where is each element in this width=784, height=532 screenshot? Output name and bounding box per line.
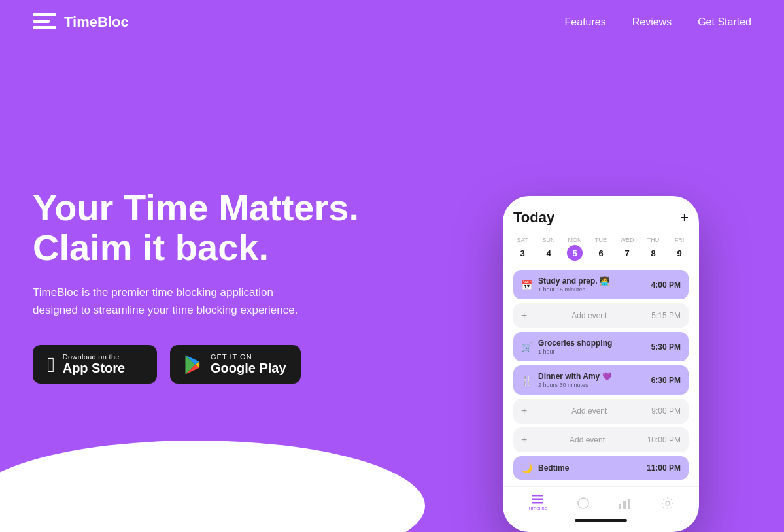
event-groceries[interactable]: 🛒 Groceries shopping 1 hour 5:30 PM (513, 332, 689, 361)
logo-text: TimeBloc (64, 14, 129, 31)
app-store-big-text: App Store (63, 361, 126, 376)
hero-subtext: TimeBloc is the premier time blocking ap… (33, 284, 320, 319)
nav-timeline[interactable]: Timeline (528, 495, 547, 511)
home-bar (575, 519, 627, 522)
phone-add-icon[interactable]: + (680, 209, 689, 226)
day-sun[interactable]: SUN 4 (541, 237, 556, 261)
add-event-515[interactable]: + Add event 5:15 PM (513, 303, 689, 328)
event-groceries-icon: 🛒 (521, 342, 533, 352)
google-play-icon (184, 354, 203, 375)
svg-rect-5 (623, 501, 626, 509)
phone-mockup-container: Today + SAT 3 SUN 4 MON 5 (490, 196, 712, 532)
day-wed[interactable]: WED 7 (619, 237, 635, 261)
hero-section: Your Time Matters. Claim it back. TimeBl… (0, 0, 784, 532)
nav-reviews[interactable]: Reviews (632, 16, 672, 28)
headline-line1: Your Time Matters. (33, 187, 359, 228)
svg-rect-4 (619, 504, 621, 509)
day-fri[interactable]: FRI 9 (672, 237, 687, 261)
phone-header: Today + (513, 209, 689, 226)
nav-settings[interactable] (661, 497, 674, 510)
phone-bottom-nav: Timeline (503, 486, 699, 514)
phone-screen: Today + SAT 3 SUN 4 MON 5 (503, 196, 699, 480)
logo-icon (33, 13, 56, 31)
day-thu[interactable]: THU 8 (645, 237, 661, 261)
svg-rect-6 (628, 499, 630, 509)
event-bedtime-icon: 🌙 (521, 463, 533, 473)
event-list: 📅 Study and prep. 🧑‍💻 1 hour 15 minutes … (513, 270, 689, 480)
app-store-button[interactable]:  Download on the App Store (33, 345, 157, 384)
app-store-small-text: Download on the (63, 353, 120, 361)
nav-calendar[interactable] (577, 497, 590, 510)
day-tue[interactable]: TUE 6 (593, 237, 609, 261)
navbar: TimeBloc Features Reviews Get Started (0, 0, 784, 44)
nav-links: Features Reviews Get Started (565, 16, 751, 28)
phone-mockup: Today + SAT 3 SUN 4 MON 5 (503, 196, 699, 532)
event-dinner-icon: 🍴 (521, 375, 533, 386)
nav-get-started[interactable]: Get Started (698, 16, 751, 28)
hero-left: Your Time Matters. Claim it back. TimeBl… (33, 161, 490, 437)
logo[interactable]: TimeBloc (33, 13, 129, 31)
svg-rect-0 (532, 495, 543, 497)
google-play-big-text: Google Play (211, 361, 286, 376)
event-dinner[interactable]: 🍴 Dinner with Amy 💜 2 hours 30 minutes 6… (513, 365, 689, 395)
days-row: SAT 3 SUN 4 MON 5 TUE 6 (513, 237, 689, 261)
nav-features[interactable]: Features (565, 16, 606, 28)
cta-buttons:  Download on the App Store GET IT ON (33, 345, 490, 384)
event-bedtime[interactable]: 🌙 Bedtime 11:00 PM (513, 456, 689, 480)
event-study-icon: 📅 (521, 280, 533, 290)
phone-title: Today (513, 209, 554, 226)
hero-headline: Your Time Matters. Claim it back. (33, 188, 490, 268)
google-play-button[interactable]: GET IT ON Google Play (170, 345, 301, 384)
nav-stats[interactable] (619, 497, 632, 509)
google-play-small-text: GET IT ON (211, 353, 252, 361)
add-event-900[interactable]: + Add event 9:00 PM (513, 399, 689, 424)
svg-point-3 (578, 498, 588, 508)
svg-rect-1 (532, 499, 543, 501)
apple-icon:  (47, 354, 55, 375)
svg-rect-2 (532, 502, 543, 504)
headline-line2: Claim it back. (33, 227, 269, 268)
day-mon-active[interactable]: MON 5 (567, 237, 583, 261)
event-study[interactable]: 📅 Study and prep. 🧑‍💻 1 hour 15 minutes … (513, 270, 689, 299)
add-event-1000[interactable]: + Add event 10:00 PM (513, 427, 689, 452)
day-sat[interactable]: SAT 3 (515, 237, 530, 261)
svg-point-7 (666, 501, 670, 505)
